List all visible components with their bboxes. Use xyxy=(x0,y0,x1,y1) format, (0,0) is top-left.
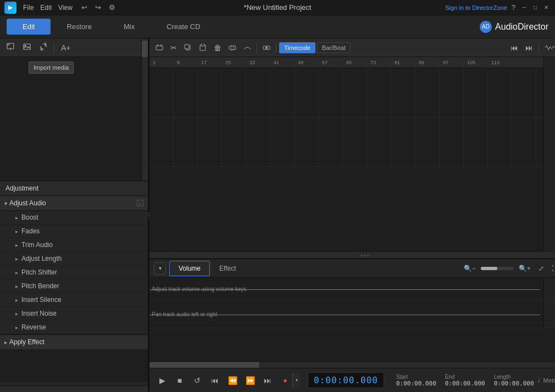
tl-skip-prev-button[interactable]: ⏮ xyxy=(508,42,521,54)
item-arrow-trim: ▸ xyxy=(15,242,18,248)
db-label2-n12b: -12 xyxy=(544,212,555,223)
tl-copy-button[interactable] xyxy=(181,42,195,53)
tl-delete-button[interactable]: 🗑 xyxy=(211,42,224,54)
fit-button[interactable]: ⤢ xyxy=(536,264,547,273)
clip-button[interactable] xyxy=(20,41,34,54)
track-grid-2 xyxy=(149,117,555,166)
effect-tab[interactable]: Effect xyxy=(210,261,245,276)
bottom-tab-dropdown[interactable]: ▾ xyxy=(154,262,166,275)
tl-trim-button[interactable] xyxy=(226,42,239,53)
apply-effect-content xyxy=(0,349,148,382)
db-label2-n12: -12 xyxy=(544,179,555,190)
settings-icon[interactable]: ⚙ xyxy=(107,2,118,13)
record-button[interactable]: ● xyxy=(278,373,292,388)
db-label2-n3: -3 xyxy=(544,157,555,168)
apply-effect-section[interactable]: ▸ Apply Effect xyxy=(0,334,148,349)
nav-tab-createcd[interactable]: Create CD xyxy=(151,19,216,35)
db-label-top: dB xyxy=(544,59,555,70)
tl-add-track-button[interactable] xyxy=(153,42,166,53)
adjust-audio-left: ▾ Adjust Audio xyxy=(4,199,46,207)
play-button[interactable]: ▶ xyxy=(155,373,169,388)
bottom-tabs: ▾ Volume Effect 🔍− 🔍+ ⤢ ⛶ ⛶ xyxy=(149,259,555,278)
toolbar-separator xyxy=(54,43,54,52)
timecode-button[interactable]: Timecode xyxy=(279,42,315,53)
adj-item-reverse[interactable]: ▸ Reverse xyxy=(0,321,148,334)
rewind-button[interactable]: ⏪ xyxy=(225,373,240,388)
adj-item-insert-noise[interactable]: ▸ Insert Noise xyxy=(0,307,148,321)
refresh-button[interactable] xyxy=(36,41,51,54)
tl-separator-2 xyxy=(276,43,276,53)
tl-scissors-button[interactable]: ✂ xyxy=(168,42,180,54)
tl-waveform1-button[interactable] xyxy=(542,42,555,53)
start-label: Start xyxy=(396,374,436,380)
end-value: 0:00:00.000 xyxy=(445,380,485,387)
close-button[interactable]: ✕ xyxy=(542,3,551,12)
timeline-hscrollbar[interactable] xyxy=(149,361,555,368)
adj-item-fades[interactable]: ▸ Fades xyxy=(0,225,148,238)
loop-button[interactable]: ↺ xyxy=(190,373,204,388)
app-title: *New Untitled Project xyxy=(244,3,312,12)
maximize-button[interactable]: □ xyxy=(531,3,540,12)
import-media-button[interactable] xyxy=(3,41,18,54)
adj-item-insert-silence[interactable]: ▸ Insert Silence xyxy=(0,293,148,307)
timeline-db-bar-1: dB -3 -12 -18 -00 -18 -12 -6 -3 xyxy=(543,57,555,155)
stop-button[interactable]: ■ xyxy=(173,373,187,388)
expand-button[interactable]: ⛶ xyxy=(549,264,555,273)
apply-effect-label: Apply Effect xyxy=(9,338,45,346)
adj-item-pitch-bender-label: Pitch Bender xyxy=(21,282,59,290)
prev-button[interactable]: ⏮ xyxy=(208,373,222,388)
menu-file[interactable]: File xyxy=(23,4,34,12)
track-grid-1 xyxy=(149,68,555,117)
db-label2-n3b: -3 xyxy=(544,234,555,245)
title-bar-left: ▶ File Edit View ↩ ↪ ⚙ xyxy=(4,2,118,14)
adj-item-length[interactable]: ▸ Adjust Length xyxy=(0,252,148,266)
import-tooltip: Import media xyxy=(29,61,74,74)
adj-item-boost[interactable]: ▸ Boost xyxy=(0,211,148,225)
help-icon[interactable]: ? xyxy=(512,3,515,12)
redo-icon[interactable]: ↪ xyxy=(93,2,103,13)
tl-fade-button[interactable] xyxy=(241,42,254,53)
adjust-audio-section[interactable]: ▾ Adjust Audio – xyxy=(0,196,148,211)
handle-dot xyxy=(364,255,365,256)
brand-avatar: AD xyxy=(480,21,492,33)
zoom-in-button[interactable]: 🔍− xyxy=(461,264,479,273)
barbeat-button[interactable]: Bar/Beat xyxy=(317,42,351,53)
adj-item-pitch-shifter[interactable]: ▸ Pitch Shifter xyxy=(0,266,148,279)
undo-icon[interactable]: ↩ xyxy=(79,2,90,13)
nav-tab-restore[interactable]: Restore xyxy=(51,19,108,35)
left-panel-bottom-scrollbar[interactable] xyxy=(0,385,148,392)
record-dropdown[interactable]: ▾ xyxy=(292,373,300,388)
adj-item-insert-silence-label: Insert Silence xyxy=(21,296,62,304)
adj-item-trim[interactable]: ▸ Trim Audio xyxy=(0,238,148,252)
left-panel: A+ Import media Adjustment ▾ Adjust Audi… xyxy=(0,38,148,392)
tl-record-button[interactable] xyxy=(260,42,273,53)
minimize-button[interactable]: ─ xyxy=(520,3,529,12)
ruler-mark-97: 97 xyxy=(442,60,466,65)
zoom-slider[interactable] xyxy=(481,267,514,270)
menu-view[interactable]: View xyxy=(58,4,73,12)
ruler-mark-41: 41 xyxy=(273,60,297,65)
media-scrollbar[interactable] xyxy=(141,38,148,181)
db-label-n3: -3 xyxy=(544,70,555,80)
tl-paste-button[interactable] xyxy=(196,42,209,53)
transport-length: Length 0:00:00.000 xyxy=(494,374,534,387)
text-tool-button[interactable]: A+ xyxy=(58,42,74,54)
media-scrollbar-thumb xyxy=(142,41,148,57)
svg-rect-3 xyxy=(24,44,30,49)
svg-rect-12 xyxy=(229,46,236,49)
center-resize-handle[interactable] xyxy=(149,253,555,258)
nav-tab-mix[interactable]: Mix xyxy=(108,19,151,35)
zoom-out-button[interactable]: 🔍+ xyxy=(516,264,534,273)
section-collapse-button[interactable]: – xyxy=(137,200,143,206)
tl-skip-next-button[interactable]: ⏭ xyxy=(523,42,536,54)
nav-tab-edit[interactable]: Edit xyxy=(7,19,51,35)
sign-in-link[interactable]: Sign in to DirectorZone xyxy=(445,4,507,11)
center-handle-dots xyxy=(360,255,369,256)
volume-tab[interactable]: Volume xyxy=(169,261,210,276)
forward-button[interactable]: ⏩ xyxy=(243,373,257,388)
next-button[interactable]: ⏭ xyxy=(260,373,275,388)
svg-rect-5 xyxy=(156,46,163,50)
menu-edit[interactable]: Edit xyxy=(40,4,52,12)
timecode-display: 0:00:00.000 xyxy=(308,372,384,388)
adj-item-pitch-bender[interactable]: ▸ Pitch Bender xyxy=(0,279,148,293)
